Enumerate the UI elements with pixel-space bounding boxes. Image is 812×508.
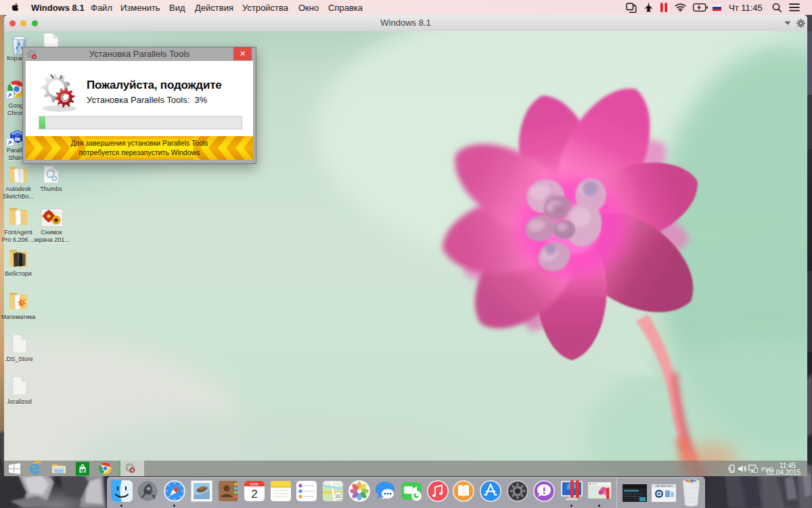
svg-text:CAPTURE ONE 8: CAPTURE ONE 8 (655, 485, 673, 488)
svg-text:2: 2 (251, 488, 257, 501)
svg-text:3D: 3D (336, 494, 342, 499)
svg-text:АПР.: АПР. (250, 482, 259, 486)
